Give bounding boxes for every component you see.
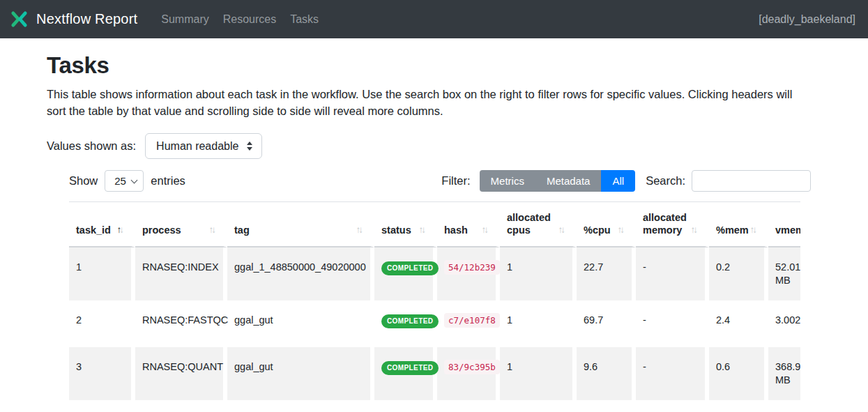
- show-label: Show: [69, 174, 98, 188]
- status-badge: COMPLETED: [381, 314, 439, 328]
- cell-process: MULTIQC: [135, 400, 227, 412]
- cell-process: RNASEQ:FASTQC: [135, 300, 227, 347]
- tasks-table-wrapper[interactable]: task_id↑↓process↑↓tag↑↓status↑↓hash↑↓all…: [69, 201, 800, 412]
- column-label: process: [142, 224, 209, 236]
- navbar: Nextflow Report Summary Resources Tasks …: [0, 0, 868, 38]
- column-header-process[interactable]: process↑↓: [135, 202, 227, 247]
- column-header-tag[interactable]: tag↑↓: [227, 202, 374, 247]
- search-control: Search:: [646, 170, 811, 192]
- nav-links: Summary Resources Tasks: [154, 8, 326, 31]
- cell-status: COMPLETED: [374, 400, 437, 412]
- cell-allocated_cpus: 1: [500, 247, 577, 300]
- column-label: allocated cpus: [507, 211, 558, 236]
- select-updown-icon: [247, 142, 252, 151]
- brand-link[interactable]: Nextflow Report: [10, 10, 137, 29]
- page-description: This table shows information about each …: [47, 86, 812, 119]
- chevron-down-icon: [131, 176, 138, 183]
- table-row: 1RNASEQ:INDEXggal_1_48850000_49020000COM…: [69, 247, 800, 300]
- column-header-allocated_memory[interactable]: allocated memory↑↓: [636, 202, 709, 247]
- cell-hash: 54/12b239: [437, 247, 500, 300]
- cell-vmem: 571.58 MB: [768, 400, 800, 412]
- column-label: tag: [234, 224, 356, 236]
- column-header-pct_mem[interactable]: %mem↑↓: [709, 202, 768, 247]
- column-header-vmem[interactable]: vmem↑↓: [768, 202, 800, 247]
- column-label: %mem: [716, 224, 750, 236]
- brand-title: Nextflow Report: [36, 11, 137, 27]
- cell-pct_mem: 1.4: [709, 400, 768, 412]
- page-title: Tasks: [47, 52, 811, 79]
- values-shown-row: Values shown as: Human readable: [47, 133, 811, 159]
- sort-icon: ↑↓: [482, 224, 489, 236]
- values-shown-value: Human readable: [156, 140, 238, 153]
- column-label: hash: [444, 224, 482, 236]
- cell-vmem: 368.95 MB: [768, 347, 800, 400]
- column-header-hash[interactable]: hash↑↓: [437, 202, 500, 247]
- cell-allocated_cpus: 1: [500, 400, 577, 412]
- cell-status: COMPLETED: [374, 247, 437, 300]
- sort-icon: ↑↓: [558, 224, 566, 236]
- cell-pct_mem: 0.6: [709, 347, 768, 400]
- values-shown-select[interactable]: Human readable: [145, 133, 262, 159]
- search-input[interactable]: [692, 170, 811, 192]
- filter-control: Filter: Metrics Metadata All: [441, 170, 635, 192]
- cell-vmem: 52.016 MB: [768, 247, 800, 300]
- sort-icon: ↑↓: [618, 224, 625, 236]
- entries-control: Show 25 entries: [69, 170, 185, 192]
- task-hash: 54/12b239: [444, 260, 500, 275]
- column-header-task_id[interactable]: task_id↑↓: [69, 202, 135, 247]
- main-content: Tasks This table shows information about…: [0, 52, 868, 412]
- table-row: 3RNASEQ:QUANTggal_gutCOMPLETED83/9c395b1…: [69, 347, 800, 400]
- cell-allocated_memory: -: [636, 300, 709, 347]
- table-row: 2RNASEQ:FASTQCggal_gutCOMPLETEDc7/e107f8…: [69, 300, 800, 347]
- nav-link-tasks[interactable]: Tasks: [283, 8, 326, 31]
- cell-task_id: 3: [69, 347, 135, 400]
- cell-pct_mem: 2.4: [709, 300, 768, 347]
- column-header-allocated_cpus[interactable]: allocated cpus↑↓: [500, 202, 577, 247]
- task-hash: 83/9c395b: [444, 360, 500, 374]
- cell-tag: -: [227, 400, 374, 412]
- cell-pct_cpu: 22.7: [577, 247, 636, 300]
- column-header-status[interactable]: status↑↓: [374, 202, 437, 247]
- datatable-area: Show 25 entries Filter: Metrics Metadata…: [69, 170, 811, 412]
- table-row: 4MULTIQC-COMPLETED94/c235e1142.8-1.4571.…: [69, 400, 800, 412]
- cell-vmem: 3.002: [768, 300, 800, 347]
- nav-link-resources[interactable]: Resources: [216, 8, 283, 31]
- column-label: allocated memory: [643, 211, 691, 236]
- entries-label: entries: [151, 174, 185, 188]
- entries-value: 25: [114, 175, 132, 187]
- status-badge: COMPLETED: [381, 261, 439, 275]
- sort-icon: ↑↓: [117, 224, 125, 236]
- filter-label: Filter:: [441, 174, 470, 188]
- cell-pct_cpu: 69.7: [577, 300, 636, 347]
- column-label: status: [381, 224, 419, 236]
- column-header-pct_cpu[interactable]: %cpu↑↓: [577, 202, 636, 247]
- nav-link-summary[interactable]: Summary: [154, 8, 215, 31]
- values-shown-label: Values shown as:: [47, 139, 136, 153]
- cell-tag: ggal_1_48850000_49020000: [227, 247, 374, 300]
- cell-status: COMPLETED: [374, 347, 437, 400]
- nextflow-logo-icon: [10, 10, 29, 29]
- task-hash: c7/e107f8: [444, 313, 500, 328]
- filter-metadata-button[interactable]: Metadata: [535, 170, 602, 192]
- cell-process: RNASEQ:INDEX: [135, 247, 227, 300]
- cell-hash: 83/9c395b: [437, 347, 500, 400]
- sort-icon: ↑↓: [209, 224, 217, 236]
- cell-tag: ggal_gut: [227, 300, 374, 347]
- run-name: [deadly_baekeland]: [759, 13, 858, 26]
- filter-metrics-button[interactable]: Metrics: [480, 170, 535, 192]
- cell-process: RNASEQ:QUANT: [135, 347, 227, 400]
- sort-icon: ↑↓: [691, 224, 699, 236]
- column-label: %cpu: [584, 224, 618, 236]
- cell-pct_mem: 0.2: [709, 247, 768, 300]
- table-header-row: task_id↑↓process↑↓tag↑↓status↑↓hash↑↓all…: [69, 202, 800, 247]
- cell-hash: c7/e107f8: [437, 300, 500, 347]
- cell-task_id: 1: [69, 247, 135, 300]
- cell-allocated_memory: -: [636, 400, 709, 412]
- sort-icon: ↑↓: [419, 224, 427, 236]
- filter-all-button[interactable]: All: [601, 170, 635, 192]
- cell-allocated_cpus: 1: [500, 347, 577, 400]
- entries-select[interactable]: 25: [105, 170, 144, 192]
- datatable-controls: Show 25 entries Filter: Metrics Metadata…: [69, 170, 811, 192]
- column-label: vmem: [775, 224, 800, 236]
- status-badge: COMPLETED: [381, 361, 439, 375]
